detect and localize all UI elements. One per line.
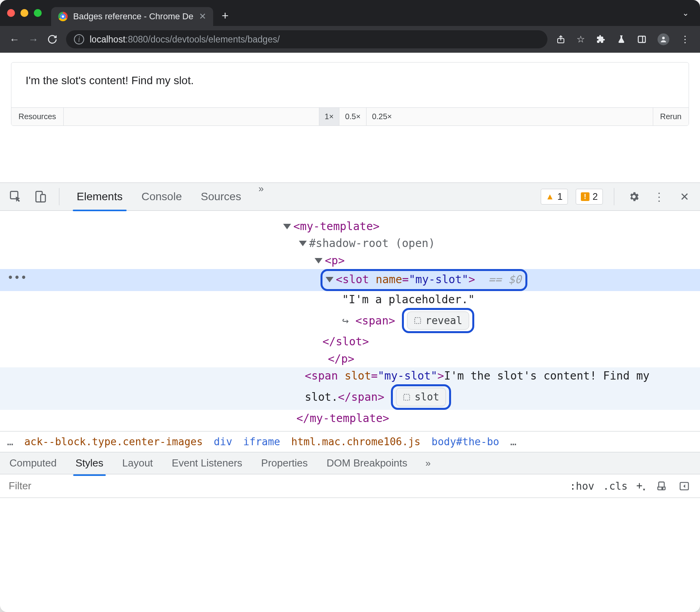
dom-node-span-reveal[interactable]: ↪ <span> reveal [0,308,700,333]
reload-icon[interactable] [47,34,57,44]
share-icon[interactable] [556,35,566,44]
dom-node-shadow-root[interactable]: #shadow-root (open) [0,235,700,252]
traffic-light-minimize[interactable] [20,9,28,17]
panel-icon[interactable] [637,35,647,44]
svg-point-3 [662,37,665,39]
reveal-badge[interactable]: reveal [407,312,469,330]
zoom-025x-button[interactable]: 0.25× [366,108,398,126]
hov-toggle[interactable]: :hov [570,480,595,492]
breadcrumb-overflow-left[interactable]: … [7,436,13,448]
tab-close-icon[interactable]: ✕ [199,11,206,22]
tab-elements[interactable]: Elements [75,183,124,210]
warnings-badge[interactable]: ▲ 1 [541,189,568,205]
slot-badge[interactable]: slot [396,388,446,406]
address-bar: ← → i localhost:8080/docs/devtools/eleme… [0,26,700,53]
zoom-05x-button[interactable]: 0.5× [339,108,366,126]
rerun-button[interactable]: Rerun [653,108,689,126]
url-text: localhost:8080/docs/devtools/elements/ba… [90,34,280,45]
svg-rect-6 [41,195,45,202]
toolbar-icons: ☆ ⋮ [556,33,691,45]
bc-item-3[interactable]: iframe [243,436,280,448]
tab-styles[interactable]: Styles [75,452,104,475]
window-titlebar: Badges reference - Chrome De ✕ + ⌄ [0,0,700,26]
styles-filter-input[interactable] [9,480,561,492]
cls-toggle[interactable]: .cls [603,480,628,492]
demo-frame: I'm the slot's content! Find my slot. Re… [11,62,689,126]
url-field[interactable]: i localhost:8080/docs/devtools/elements/… [66,30,547,48]
profile-avatar-icon[interactable] [658,33,669,45]
tab-sources[interactable]: Sources [199,183,243,210]
tab-layout[interactable]: Layout [122,452,154,475]
url-host: localhost [90,34,125,44]
toggle-sidebar-icon[interactable] [677,479,691,493]
tab-event-listeners[interactable]: Event Listeners [171,452,243,475]
tab-properties[interactable]: Properties [260,452,309,475]
issues-badge[interactable]: ! 2 [576,189,603,205]
link-arrow-icon: ↪ [342,314,349,327]
devtools-tabs: Elements Console Sources » [75,183,264,210]
dom-breadcrumb[interactable]: … ack--block.type.center-images div ifra… [0,431,700,452]
device-toggle-icon[interactable] [31,188,49,205]
traffic-lights [7,9,42,17]
dom-node-p-open[interactable]: <p> [0,252,700,269]
dom-node-span-slot[interactable]: <span slot="my-slot">I'm the slot's cont… [0,367,700,410]
bc-item-5[interactable]: body#the-bo [431,436,499,448]
styles-pane-tabs: Computed Styles Layout Event Listeners P… [0,452,700,474]
url-path: :8080/docs/devtools/elements/badges/ [125,34,280,44]
styles-filter-row: :hov .cls +▾ [0,474,700,498]
settings-gear-icon[interactable] [625,188,643,205]
bc-item-1[interactable]: ack--block.type.center-images [24,436,203,448]
bc-item-2[interactable]: div [214,436,232,448]
devtools-close-icon[interactable]: ✕ [676,188,693,205]
dom-node-my-template-close[interactable]: </my-template> [0,410,700,427]
traffic-light-zoom[interactable] [34,9,42,17]
dom-tree[interactable]: <my-template> #shadow-root (open) <p> ••… [0,211,700,431]
svg-rect-1 [638,36,645,42]
browser-tab[interactable]: Badges reference - Chrome De ✕ [51,7,213,26]
tab-dom-breakpoints[interactable]: DOM Breakpoints [326,452,408,475]
tab-title: Badges reference - Chrome De [73,11,193,22]
highlight-ring-slot-badge: slot [391,384,451,409]
resources-button[interactable]: Resources [11,108,64,125]
tabs-overflow-icon[interactable]: » [258,183,263,210]
dom-node-my-template-open[interactable]: <my-template> [0,218,700,235]
issue-square-icon: ! [581,192,589,201]
labs-flask-icon[interactable] [617,35,626,44]
chrome-favicon [58,12,68,21]
dom-node-slot-close[interactable]: </slot> [0,333,700,350]
bookmark-star-icon[interactable]: ☆ [577,34,585,45]
site-info-icon[interactable]: i [74,34,84,44]
tab-overflow-chevron[interactable]: ⌄ [682,8,689,18]
new-style-rule-button[interactable]: +▾ [636,479,646,492]
tab-console[interactable]: Console [140,183,184,210]
kebab-menu-icon[interactable]: ⋮ [680,34,691,45]
new-tab-button[interactable]: + [222,9,229,22]
equals-dollar-zero: == $0 [488,273,521,286]
nav-forward-icon[interactable]: → [28,33,39,46]
dom-node-slot-open[interactable]: ••• <slot name="my-slot"> == $0 [0,269,700,291]
dom-node-placeholder-text[interactable]: "I'm a placeholder." [0,291,700,308]
inspect-element-icon[interactable] [7,188,24,205]
devtools-toolbar: Elements Console Sources » ▲ 1 ! 2 ⋮ ✕ [0,182,700,211]
warning-count: 1 [557,191,562,202]
nav-back-icon[interactable]: ← [9,33,20,46]
extensions-icon[interactable] [596,35,606,44]
tab-computed[interactable]: Computed [9,452,57,475]
dom-node-p-close[interactable]: </p> [0,350,700,367]
paint-brush-icon[interactable] [654,479,669,493]
demo-body-text: I'm the slot's content! Find my slot. [11,63,689,107]
svg-rect-7 [414,318,420,324]
highlight-ring-slot: <slot name="my-slot"> == $0 [321,269,527,291]
breadcrumb-overflow-right[interactable]: … [510,436,516,448]
highlight-ring-reveal: reveal [402,308,474,333]
styles-tabs-overflow-icon[interactable]: » [426,458,431,469]
traffic-light-close[interactable] [7,9,15,17]
bc-item-4[interactable]: html.mac.chrome106.js [291,436,421,448]
zoom-segment: 1× 0.5× 0.25× [319,108,398,126]
ellipsis-icon[interactable]: ••• [7,269,27,286]
issue-count: 2 [593,191,598,202]
zoom-1x-button[interactable]: 1× [319,108,339,126]
devtools-kebab-icon[interactable]: ⋮ [650,188,668,205]
svg-rect-8 [404,394,410,400]
demo-footer: Resources 1× 0.5× 0.25× Rerun [11,107,689,125]
